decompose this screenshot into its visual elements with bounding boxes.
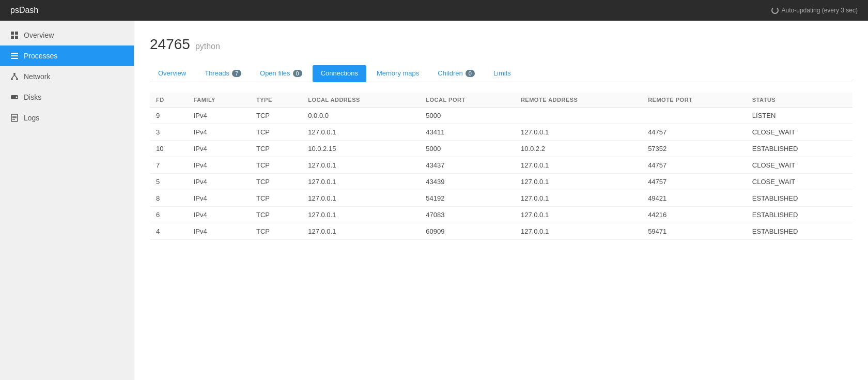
svg-rect-16 bbox=[12, 117, 17, 118]
cell-fd: 4 bbox=[150, 223, 188, 240]
svg-line-10 bbox=[12, 75, 14, 78]
process-header: 24765 python bbox=[150, 36, 853, 53]
cell-remote-port: 44757 bbox=[642, 157, 746, 174]
cell-status: LISTEN bbox=[746, 108, 853, 124]
col-type: TYPE bbox=[250, 93, 302, 108]
tab-memory-maps[interactable]: Memory maps bbox=[368, 65, 427, 82]
cell-remote-address: 127.0.0.1 bbox=[515, 207, 642, 223]
tab-connections[interactable]: Connections bbox=[313, 65, 366, 82]
sidebar-item-network-label: Network bbox=[24, 72, 50, 81]
table-row: 9IPv4TCP0.0.0.05000LISTEN bbox=[150, 108, 853, 124]
cell-fd: 6 bbox=[150, 207, 188, 223]
cell-local-address: 0.0.0.0 bbox=[302, 108, 420, 124]
cell-status: CLOSE_WAIT bbox=[746, 124, 853, 141]
cell-remote-port: 44757 bbox=[642, 174, 746, 190]
auto-update-status: Auto-updating (every 3 sec) bbox=[771, 7, 858, 14]
cell-remote-port: 44216 bbox=[642, 207, 746, 223]
cell-remote-address: 127.0.0.1 bbox=[515, 223, 642, 240]
sidebar-item-logs[interactable]: Logs bbox=[0, 108, 134, 128]
sidebar: Overview Processes Network bbox=[0, 21, 134, 380]
sidebar-item-processes[interactable]: Processes bbox=[0, 45, 134, 66]
svg-rect-0 bbox=[11, 32, 14, 35]
col-local-address: LOCAL ADDRESS bbox=[302, 93, 420, 108]
grid-icon bbox=[10, 31, 19, 39]
col-status: STATUS bbox=[746, 93, 853, 108]
tab-overview-label: Overview bbox=[158, 69, 186, 77]
svg-rect-3 bbox=[15, 36, 18, 39]
table-row: 5IPv4TCP127.0.0.143439127.0.0.144757CLOS… bbox=[150, 174, 853, 190]
sidebar-item-disks[interactable]: Disks bbox=[0, 87, 134, 108]
cell-family: IPv4 bbox=[188, 174, 250, 190]
cell-type: TCP bbox=[250, 223, 302, 240]
layout: Overview Processes Network bbox=[0, 21, 868, 380]
cell-remote-address: 127.0.0.1 bbox=[515, 174, 642, 190]
cell-family: IPv4 bbox=[188, 157, 250, 174]
cell-family: IPv4 bbox=[188, 223, 250, 240]
svg-point-9 bbox=[16, 78, 18, 80]
cell-local-port: 5000 bbox=[420, 108, 515, 124]
cell-fd: 3 bbox=[150, 124, 188, 141]
cell-local-address: 127.0.0.1 bbox=[302, 174, 420, 190]
cell-remote-port bbox=[642, 108, 746, 124]
tab-open-files[interactable]: Open files 0 bbox=[252, 65, 311, 82]
refresh-icon bbox=[771, 7, 779, 14]
tab-threads[interactable]: Threads 7 bbox=[196, 65, 250, 82]
topbar: psDash Auto-updating (every 3 sec) bbox=[0, 0, 868, 21]
sidebar-item-network[interactable]: Network bbox=[0, 66, 134, 87]
col-fd: FD bbox=[150, 93, 188, 108]
cell-fd: 7 bbox=[150, 157, 188, 174]
tab-bar: Overview Threads 7 Open files 0 Connecti… bbox=[150, 65, 853, 82]
cell-family: IPv4 bbox=[188, 207, 250, 223]
cell-status: ESTABLISHED bbox=[746, 190, 853, 207]
cell-status: ESTABLISHED bbox=[746, 141, 853, 157]
cell-status: CLOSE_WAIT bbox=[746, 174, 853, 190]
connections-table: FD FAMILY TYPE LOCAL ADDRESS LOCAL PORT … bbox=[150, 93, 853, 240]
cell-family: IPv4 bbox=[188, 124, 250, 141]
cell-local-port: 47083 bbox=[420, 207, 515, 223]
cell-local-address: 127.0.0.1 bbox=[302, 207, 420, 223]
col-local-port: LOCAL PORT bbox=[420, 93, 515, 108]
tab-children[interactable]: Children 0 bbox=[429, 65, 483, 82]
svg-point-8 bbox=[11, 78, 13, 80]
cell-fd: 5 bbox=[150, 174, 188, 190]
tab-threads-badge: 7 bbox=[232, 70, 241, 77]
svg-rect-4 bbox=[11, 53, 18, 54]
tab-children-badge: 0 bbox=[466, 70, 475, 77]
cell-type: TCP bbox=[250, 141, 302, 157]
sidebar-item-overview-label: Overview bbox=[24, 31, 54, 39]
svg-point-7 bbox=[13, 73, 16, 75]
cell-local-port: 60909 bbox=[420, 223, 515, 240]
cell-local-address: 127.0.0.1 bbox=[302, 190, 420, 207]
main-content: 24765 python Overview Threads 7 Open fil… bbox=[134, 21, 868, 380]
cell-fd: 8 bbox=[150, 190, 188, 207]
table-row: 4IPv4TCP127.0.0.160909127.0.0.159471ESTA… bbox=[150, 223, 853, 240]
svg-rect-1 bbox=[15, 32, 18, 35]
table-row: 10IPv4TCP10.0.2.15500010.0.2.257352ESTAB… bbox=[150, 141, 853, 157]
svg-rect-15 bbox=[12, 116, 17, 117]
cell-status: ESTABLISHED bbox=[746, 223, 853, 240]
svg-rect-6 bbox=[11, 58, 18, 59]
tab-overview[interactable]: Overview bbox=[150, 65, 194, 82]
tab-limits[interactable]: Limits bbox=[485, 65, 519, 82]
cell-status: CLOSE_WAIT bbox=[746, 157, 853, 174]
cell-local-address: 127.0.0.1 bbox=[302, 223, 420, 240]
tab-open-files-badge: 0 bbox=[293, 70, 302, 77]
cell-remote-port: 49421 bbox=[642, 190, 746, 207]
log-icon bbox=[10, 114, 19, 122]
list-icon bbox=[10, 52, 19, 60]
cell-type: TCP bbox=[250, 124, 302, 141]
cell-local-port: 43439 bbox=[420, 174, 515, 190]
cell-type: TCP bbox=[250, 207, 302, 223]
col-remote-port: REMOTE PORT bbox=[642, 93, 746, 108]
cell-local-port: 43411 bbox=[420, 124, 515, 141]
process-pid: 24765 bbox=[150, 36, 190, 53]
cell-remote-address bbox=[515, 108, 642, 124]
cell-remote-address: 10.0.2.2 bbox=[515, 141, 642, 157]
svg-rect-2 bbox=[11, 36, 14, 39]
col-remote-address: REMOTE ADDRESS bbox=[515, 93, 642, 108]
cell-type: TCP bbox=[250, 190, 302, 207]
svg-rect-17 bbox=[12, 119, 15, 120]
sidebar-item-overview[interactable]: Overview bbox=[0, 25, 134, 45]
tab-limits-label: Limits bbox=[493, 69, 511, 77]
table-row: 7IPv4TCP127.0.0.143437127.0.0.144757CLOS… bbox=[150, 157, 853, 174]
